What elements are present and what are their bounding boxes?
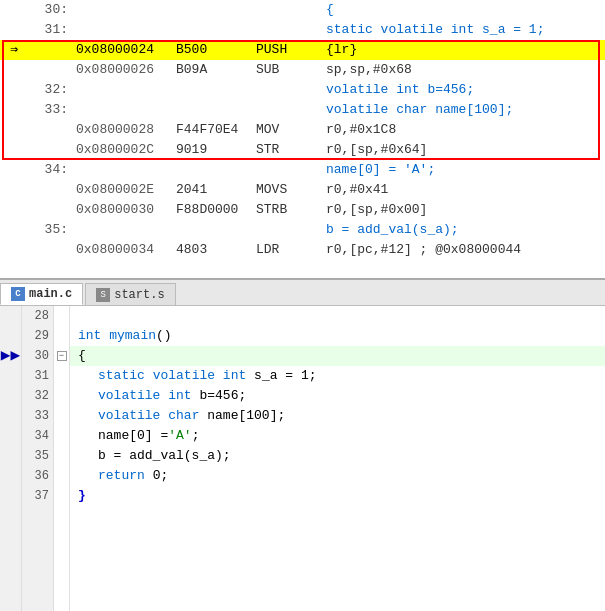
gutter-row bbox=[0, 386, 21, 406]
arrow-cell bbox=[0, 200, 22, 220]
col-op bbox=[252, 100, 322, 120]
semicolon: ; bbox=[192, 426, 200, 446]
var-b: b=456; bbox=[199, 386, 246, 406]
var-name: name[100]; bbox=[207, 406, 285, 426]
arrow-cell bbox=[0, 220, 22, 240]
disasm-row: 0x0800002E 2041 MOVS r0,#0x41 bbox=[0, 180, 605, 200]
gutter-row bbox=[0, 426, 21, 446]
collapse-gutter: − bbox=[54, 306, 70, 611]
sp bbox=[145, 366, 153, 386]
col-arg: r0,#0x1C8 bbox=[322, 120, 605, 140]
arrow-cell: ⇒ bbox=[0, 40, 22, 60]
kw-int: int bbox=[223, 366, 246, 386]
sp bbox=[246, 366, 254, 386]
gutter-row bbox=[0, 326, 21, 346]
source-line-36: return 0; bbox=[70, 466, 605, 486]
line-num: 32: bbox=[22, 80, 72, 100]
sp bbox=[192, 386, 200, 406]
col-addr: 0x08000034 bbox=[72, 240, 172, 260]
source-line-31: static volatile int s_a = 1; bbox=[70, 366, 605, 386]
sp bbox=[215, 366, 223, 386]
arrow-cell bbox=[0, 140, 22, 160]
col-arg: {lr} bbox=[322, 40, 605, 60]
col-op bbox=[252, 0, 322, 20]
col-op bbox=[252, 220, 322, 240]
arrow-cell bbox=[0, 20, 22, 40]
tab-label-start-s: start.s bbox=[114, 288, 164, 302]
disasm-row: 30: { bbox=[0, 0, 605, 20]
col-addr bbox=[72, 20, 172, 40]
source-line-37: } bbox=[70, 486, 605, 506]
file-icon-c: C bbox=[11, 287, 25, 301]
arrow-gutter: ▶▶ bbox=[0, 306, 22, 611]
tab-start-s[interactable]: S start.s bbox=[85, 283, 175, 305]
col-hex: 4803 bbox=[172, 240, 252, 260]
col-addr: 0x08000024 bbox=[72, 40, 172, 60]
keyword-int: int bbox=[78, 326, 101, 346]
col-op: MOV bbox=[252, 120, 322, 140]
gutter-row bbox=[0, 466, 21, 486]
source-line-32: volatile int b=456; bbox=[70, 386, 605, 406]
disasm-row: 0x0800002C 9019 STR r0,[sp,#0x64] bbox=[0, 140, 605, 160]
col-addr bbox=[72, 160, 172, 180]
collapse-icon[interactable]: − bbox=[57, 351, 67, 361]
arrow-cell bbox=[0, 160, 22, 180]
gutter-row bbox=[0, 366, 21, 386]
col-hex: 2041 bbox=[172, 180, 252, 200]
col-op bbox=[252, 20, 322, 40]
col-hex: F44F70E4 bbox=[172, 120, 252, 140]
col-addr: 0x08000026 bbox=[72, 60, 172, 80]
kw-volatile-32: volatile bbox=[98, 386, 160, 406]
stmt-34: name[0] = bbox=[98, 426, 168, 446]
col-arg: { bbox=[322, 0, 605, 20]
collapse-28 bbox=[54, 306, 69, 326]
col-addr bbox=[72, 0, 172, 20]
tab-main-c[interactable]: C main.c bbox=[0, 283, 83, 305]
disasm-row: 35: b = add_val(s_a); bbox=[0, 220, 605, 240]
line-num-37: 37 bbox=[22, 486, 49, 506]
ret-val: 0; bbox=[153, 466, 169, 486]
arrow-cell bbox=[0, 180, 22, 200]
code-content[interactable]: int mymain() { static volatile int s_a =… bbox=[70, 306, 605, 611]
col-op: LDR bbox=[252, 240, 322, 260]
disasm-row: 0x08000030 F88D0000 STRB r0,[sp,#0x00] bbox=[0, 200, 605, 220]
col-op bbox=[252, 160, 322, 180]
collapse-30[interactable]: − bbox=[54, 346, 69, 366]
arrow-cell bbox=[0, 60, 22, 80]
disassembly-panel: 30: { 31: static volatile int s_a = 1; bbox=[0, 0, 605, 280]
col-arg: r0,[pc,#12] ; @0x08000044 bbox=[322, 240, 605, 260]
sp bbox=[145, 466, 153, 486]
line-num bbox=[22, 180, 72, 200]
col-arg: b = add_val(s_a); bbox=[322, 220, 605, 240]
open-brace: { bbox=[78, 346, 86, 366]
kw-int-32: int bbox=[168, 386, 191, 406]
collapse-32 bbox=[54, 386, 69, 406]
line-num: 33: bbox=[22, 100, 72, 120]
line-num: 31: bbox=[22, 20, 72, 40]
col-op: STRB bbox=[252, 200, 322, 220]
col-arg: r0,#0x41 bbox=[322, 180, 605, 200]
line-num bbox=[22, 240, 72, 260]
stmt-35: b = add_val(s_a); bbox=[98, 446, 231, 466]
source-editor-panel: C main.c S start.s ▶▶ bbox=[0, 280, 605, 611]
func-name: mymain bbox=[109, 326, 156, 346]
source-line-33: volatile char name[100]; bbox=[70, 406, 605, 426]
arrow-cell bbox=[0, 120, 22, 140]
collapse-31 bbox=[54, 366, 69, 386]
line-num: 35: bbox=[22, 220, 72, 240]
source-line-35: b = add_val(s_a); bbox=[70, 446, 605, 466]
line-num-30: 30 bbox=[22, 346, 49, 366]
line-num-29: 29 bbox=[22, 326, 49, 346]
sp bbox=[160, 386, 168, 406]
arrow-cell bbox=[0, 0, 22, 20]
col-op: SUB bbox=[252, 60, 322, 80]
gutter-row-current: ▶▶ bbox=[0, 346, 21, 366]
line-num-28: 28 bbox=[22, 306, 49, 326]
col-hex bbox=[172, 100, 252, 120]
kw-static: static bbox=[98, 366, 145, 386]
col-addr: 0x0800002C bbox=[72, 140, 172, 160]
collapse-33 bbox=[54, 406, 69, 426]
source-line-29: int mymain() bbox=[70, 326, 605, 346]
tab-label-main-c: main.c bbox=[29, 287, 72, 301]
col-arg: static volatile int s_a = 1; bbox=[322, 20, 605, 40]
